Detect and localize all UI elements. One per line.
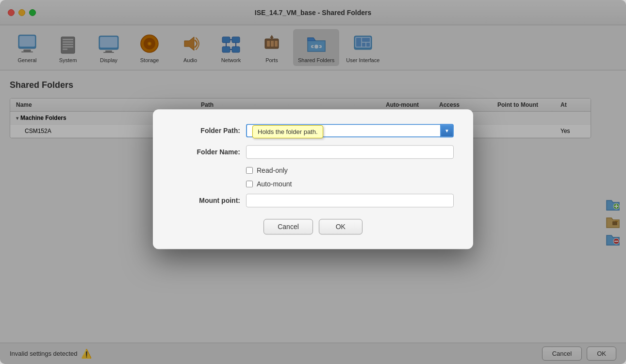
modal-ok-button[interactable]: OK — [319, 219, 362, 234]
automount-label: Auto-mount — [257, 180, 292, 188]
folder-name-input[interactable] — [246, 145, 454, 159]
mount-point-row: Mount point: — [172, 194, 454, 207]
tooltip-text: Holds the folder path. — [258, 128, 318, 135]
readonly-label: Read-only — [257, 166, 288, 174]
dropdown-arrow-icon: ▼ — [445, 128, 449, 133]
readonly-checkbox[interactable] — [246, 167, 253, 174]
readonly-row: Read-only — [172, 166, 454, 174]
modal-cancel-button[interactable]: Cancel — [264, 219, 313, 234]
folder-path-dropdown-button[interactable]: ▼ — [440, 124, 454, 137]
mount-point-input[interactable] — [246, 194, 454, 207]
automount-checkbox[interactable] — [246, 181, 253, 187]
automount-row: Auto-mount — [172, 180, 454, 188]
modal-buttons: Cancel OK — [172, 219, 454, 234]
main-window: ISE_14.7_VM_base - Shared Folders Genera… — [0, 0, 626, 364]
folder-name-label: Folder Name: — [172, 148, 240, 156]
folder-name-row: Folder Name: — [172, 145, 454, 159]
tooltip: Holds the folder path. — [252, 125, 323, 138]
folder-path-label: Folder Path: — [172, 127, 240, 134]
mount-point-label: Mount point: — [172, 197, 240, 204]
